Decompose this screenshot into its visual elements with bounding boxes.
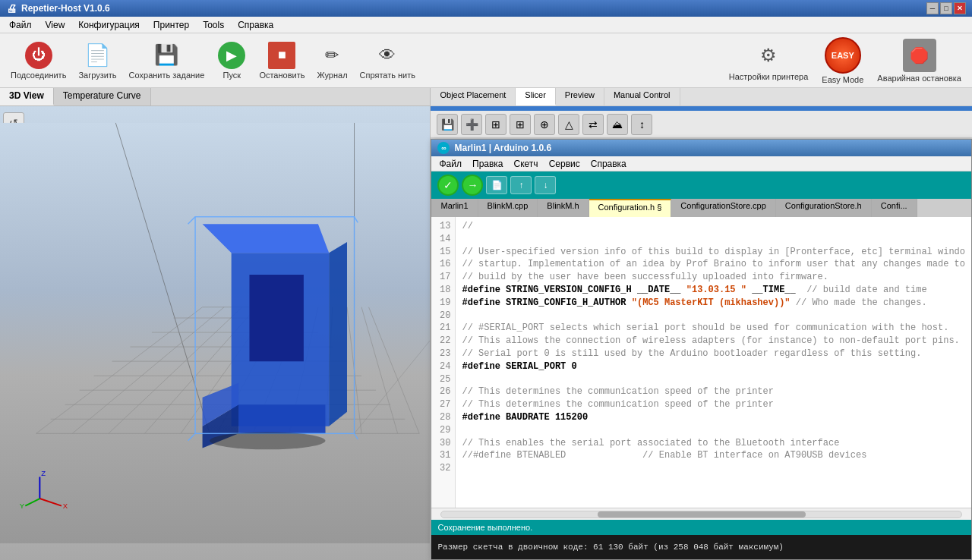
title-bar: 🖨 Repetier-Host V1.0.6 ─ □ ✕ (0, 0, 972, 17)
arduino-menu-file[interactable]: Файл (434, 158, 466, 170)
svg-line-21 (289, 307, 318, 434)
hide-button[interactable]: 👁 Спрятать нить (355, 39, 420, 83)
3d-viewport: ↺ ✛ ⟳ 🔍 🔍 ⬜ ⬛ ◧ ≡ (0, 106, 430, 560)
slicer-toolbar: 💾 ➕ ⊞ ⊞ ⊕ △ ⇄ ⛰ ↕ (431, 111, 972, 138)
play-icon: ▶ (218, 42, 245, 69)
menu-printer[interactable]: Принтер (147, 18, 195, 32)
3d-scene: Z X Y (0, 106, 430, 560)
arduino-tab-config-h[interactable]: Configuration.h § (589, 199, 672, 217)
svg-line-34 (188, 217, 196, 225)
main-area: 3D View Temperature Curve ↺ ✛ ⟳ 🔍 🔍 ⬜ ⬛ … (0, 88, 972, 560)
repetier-tabs: Object Placement Slicer Preview Manual C… (431, 88, 972, 106)
code-area[interactable]: 1314151617181920212223242526272829303132… (431, 217, 971, 520)
code-content[interactable]: // // User-specified version info of thi… (456, 217, 971, 508)
arduino-status-text: Сохранение выполнено. (437, 523, 532, 532)
play-button[interactable]: ▶ Пуск (212, 39, 251, 83)
maximize-button[interactable]: □ (940, 2, 952, 14)
save-icon: 💾 (153, 42, 180, 69)
close-button[interactable]: ✕ (954, 2, 966, 14)
connect-icon: ⏻ (25, 42, 52, 69)
arduino-window: ∞ Marlin1 | Arduino 1.0.6 Файл Правка Ск… (431, 139, 972, 560)
arduino-tab-blinkm-h[interactable]: BlinkM.h (538, 199, 589, 217)
easy-mode-button[interactable]: EASY Easy Mode (822, 37, 863, 84)
stop-icon: ■ (268, 42, 295, 69)
emergency-button[interactable]: 🛑 Аварийная остановка (873, 36, 966, 86)
arduino-tabs: Marlin1 BlinkM.cpp BlinkM.h Configuratio… (431, 199, 971, 217)
arduino-title: Marlin1 | Arduino 1.0.6 (454, 143, 551, 153)
menu-config[interactable]: Конфигурация (72, 18, 146, 32)
menu-tools[interactable]: Tools (197, 18, 230, 32)
slicer-mountain-icon[interactable]: ⛰ (607, 114, 628, 135)
minimize-button[interactable]: ─ (926, 2, 939, 14)
slicer-target-icon[interactable]: ⊕ (534, 114, 555, 135)
svg-text:X: X (63, 502, 68, 510)
side-toolbar: ↺ ✛ ⟳ 🔍 🔍 ⬜ ⬛ ◧ ≡ (3, 112, 24, 328)
arduino-menu-edit[interactable]: Правка (468, 158, 508, 170)
object-select-button[interactable]: ⬜ (3, 234, 24, 255)
tab-3d-view[interactable]: 3D View (0, 88, 54, 105)
arduino-open-button[interactable]: ↑ (510, 176, 532, 194)
menu-help[interactable]: Справка (232, 18, 279, 32)
reset-view-button[interactable]: ↺ (3, 112, 24, 134)
slicer-object-icon[interactable]: ↕ (631, 114, 652, 135)
arduino-new-button[interactable]: 📄 (486, 176, 507, 194)
settings-label: Настройки принтера (729, 72, 809, 81)
svg-line-14 (36, 307, 203, 434)
tab-preview[interactable]: Preview (556, 88, 604, 105)
object-move-button[interactable]: ⬛ (3, 258, 24, 279)
menu-file[interactable]: Файл (3, 18, 38, 32)
log-button[interactable]: ✏ Журнал (312, 39, 352, 83)
arduino-tab-marlin1[interactable]: Marlin1 (431, 199, 478, 217)
play-label: Пуск (223, 71, 241, 80)
tab-object-placement[interactable]: Object Placement (431, 88, 516, 105)
object-rotate-button[interactable]: ◧ (3, 282, 24, 304)
move-button[interactable]: ✛ (3, 137, 24, 158)
easy-mode-label: Easy Mode (822, 75, 863, 84)
arduino-upload-button[interactable]: → (462, 175, 483, 196)
save-label: Сохранить задание (129, 71, 205, 80)
app-icon: 🖨 (6, 2, 17, 14)
svg-rect-33 (195, 217, 354, 434)
horizontal-scrollbar[interactable] (431, 508, 971, 520)
slicer-copy-icon[interactable]: ⊞ (485, 114, 507, 135)
slicer-add-icon[interactable]: ➕ (461, 114, 482, 135)
rotate-button[interactable]: ⟳ (3, 161, 24, 182)
arduino-menu-help[interactable]: Справка (586, 158, 631, 170)
svg-marker-28 (329, 242, 347, 426)
settings-button[interactable]: ⚙ Настройки принтера (724, 37, 813, 84)
arduino-menu-service[interactable]: Сервис (544, 158, 585, 170)
zoom-out-button[interactable]: 🔍 (3, 209, 24, 231)
repetier-top: Object Placement Slicer Preview Manual C… (431, 88, 972, 139)
hide-label: Спрятать нить (360, 71, 415, 80)
arduino-status-bar: Сохранение выполнено. (431, 520, 971, 535)
slicer-up-icon[interactable]: △ (558, 114, 579, 135)
svg-marker-27 (203, 224, 330, 253)
arduino-tab-more[interactable]: Confi... (872, 199, 917, 217)
arduino-tab-blinkm-cpp[interactable]: BlinkM.cpp (478, 199, 538, 217)
tab-manual-control[interactable]: Manual Control (604, 88, 680, 105)
zoom-in-button[interactable]: 🔍 (3, 185, 24, 206)
load-label: Загрузить (78, 71, 116, 80)
arduino-toolbar: ✓ → 📄 ↑ ↓ (431, 171, 971, 199)
lines-button[interactable]: ≡ (3, 307, 24, 328)
connect-button[interactable]: ⏻ Подсоединить (6, 39, 71, 83)
svg-line-1 (115, 123, 210, 433)
left-panel: 3D View Temperature Curve ↺ ✛ ⟳ 🔍 🔍 ⬜ ⬛ … (0, 88, 431, 560)
menu-view[interactable]: View (39, 18, 71, 32)
stop-button[interactable]: ■ Остановить (254, 39, 309, 83)
save-button[interactable]: 💾 Сохранить задание (125, 39, 210, 83)
arduino-tab-config-store-h[interactable]: ConfigurationStore.h (776, 199, 872, 217)
tab-temperature[interactable]: Temperature Curve (54, 88, 151, 105)
arduino-verify-button[interactable]: ✓ (437, 175, 459, 196)
tab-slicer[interactable]: Slicer (516, 88, 556, 105)
load-button[interactable]: 📄 Загрузить (74, 39, 121, 83)
slicer-grid-icon[interactable]: ⊞ (510, 114, 531, 135)
arduino-menu-sketch[interactable]: Скетч (510, 158, 543, 170)
slicer-save-icon[interactable]: 💾 (437, 114, 458, 135)
toolbar: ⏻ Подсоединить 📄 Загрузить 💾 Сохранить з… (0, 33, 972, 88)
slicer-arrows-icon[interactable]: ⇄ (582, 114, 604, 135)
arduino-tab-config-store-cpp[interactable]: ConfigurationStore.cpp (671, 199, 776, 217)
arduino-save-button[interactable]: ↓ (535, 176, 556, 194)
app-title: Repetier-Host V1.0.6 (21, 3, 110, 14)
svg-line-20 (253, 307, 304, 434)
